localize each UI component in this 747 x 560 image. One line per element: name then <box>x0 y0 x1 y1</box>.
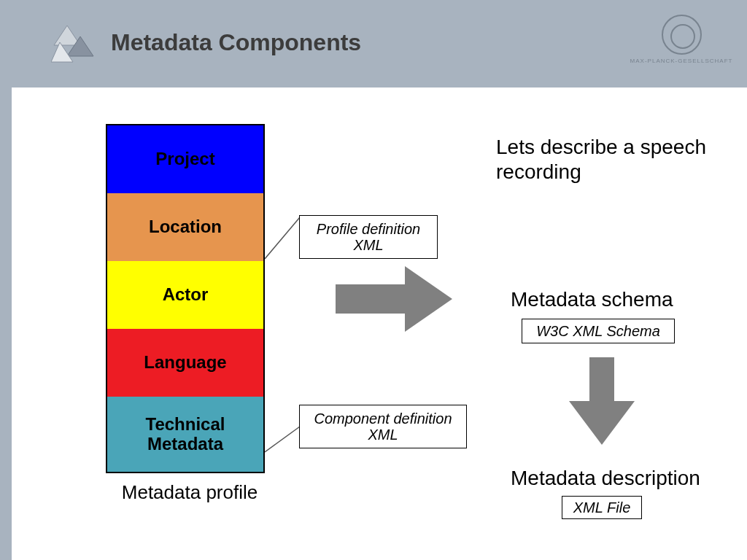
org-name: MAX-PLANCK-GESELLSCHAFT <box>630 58 733 64</box>
svg-line-3 <box>265 217 300 259</box>
arrow-down-icon <box>569 357 635 445</box>
side-stripe <box>0 0 12 560</box>
metadata-stack: Project Location Actor Language Technica… <box>106 124 265 473</box>
stack-row-technical: Technical Metadata <box>107 397 263 472</box>
component-definition-box: Component definition XML <box>299 405 467 448</box>
slide-title: Metadata Components <box>111 29 361 56</box>
stack-row-language: Language <box>107 329 263 397</box>
stack-row-actor: Actor <box>107 261 263 329</box>
schema-text: Metadata schema <box>511 288 673 311</box>
arrow-right-icon <box>336 262 452 335</box>
stack-row-project: Project <box>107 125 263 193</box>
w3c-schema-box: W3C XML Schema <box>522 319 675 343</box>
xml-file-box: XML File <box>562 496 642 519</box>
svg-marker-5 <box>336 266 452 332</box>
slide: Metadata Components MAX-PLANCK-GESELLSCH… <box>0 0 747 560</box>
stack-row-location: Location <box>107 193 263 261</box>
org-seal-icon <box>662 15 702 55</box>
svg-line-4 <box>265 427 300 452</box>
org-logo: MAX-PLANCK-GESELLSCHAFT <box>645 15 718 77</box>
intro-text: Lets describe a speech recording <box>496 135 729 184</box>
description-text: Metadata description <box>511 467 700 490</box>
profile-definition-box: Profile definition XML <box>299 215 438 259</box>
svg-marker-6 <box>569 357 635 445</box>
triangles-icon <box>51 22 95 66</box>
stack-caption: Metadata profile <box>106 481 274 504</box>
